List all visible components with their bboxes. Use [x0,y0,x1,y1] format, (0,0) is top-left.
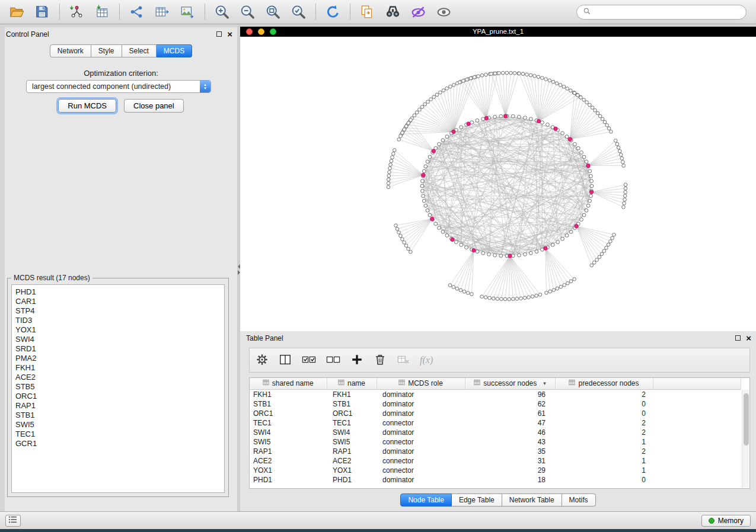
close-table-panel-icon[interactable]: × [746,333,751,343]
export-table-button[interactable] [151,1,173,23]
table-row[interactable]: SWI5SWI5connector431 [250,437,741,447]
collapse-right-icon[interactable] [238,270,240,275]
mcds-result-item[interactable]: CAR1 [12,297,224,306]
export-image-button[interactable] [177,1,198,23]
show-details-button[interactable] [433,1,454,23]
table-row[interactable]: ORC1ORC1dominator610 [250,409,741,418]
collapse-left-icon[interactable] [238,264,240,269]
maximize-window-icon[interactable] [270,28,276,35]
select-all-button[interactable] [302,353,316,368]
scrollbar-thumb[interactable] [744,393,749,446]
zoom-selected-button[interactable] [288,1,309,23]
column-header-mcds-role[interactable]: MCDS role [377,378,465,389]
float-table-panel-icon[interactable] [735,335,741,341]
zoom-fit-icon [265,4,281,20]
search-box[interactable] [576,5,747,20]
column-header-label: name [347,379,365,387]
mcds-result-item[interactable]: SWI4 [12,335,224,344]
tab-network-table[interactable]: Network Table [502,493,562,507]
table-cell: 18 [465,475,555,485]
mcds-result-item[interactable]: SRD1 [12,344,224,354]
hide-details-button[interactable] [407,1,429,23]
network-view-window: YPA_prune.txt_1 [240,27,756,331]
tab-edge-table[interactable]: Edge Table [452,493,502,507]
add-column-button[interactable] [350,353,363,368]
table-cell: dominator [377,475,465,485]
mcds-result-item[interactable]: RAP1 [12,401,224,411]
mcds-result-item[interactable]: YOX1 [12,325,224,335]
find-button[interactable] [382,1,403,23]
import-network-button[interactable] [66,1,87,23]
minimize-window-icon[interactable] [258,28,264,35]
network-canvas[interactable] [240,37,756,331]
mcds-result-item[interactable]: PHD1 [12,287,224,297]
table-settings-button[interactable] [256,353,269,368]
tab-motifs[interactable]: Motifs [562,493,596,507]
deselect-all-button[interactable] [326,353,340,368]
mcds-result-item[interactable]: GCR1 [12,439,224,448]
mcds-result-item[interactable]: STB5 [12,382,224,392]
mcds-result-item[interactable]: ORC1 [12,392,224,401]
criterion-select[interactable]: largest connected component (undirected)… [26,80,211,93]
mcds-result-item[interactable]: ACE2 [12,373,224,382]
table-cell: 46 [465,428,555,437]
close-panel-button[interactable]: Close panel [124,99,184,113]
tab-style[interactable]: Style [91,44,122,57]
column-header-predecessor-nodes[interactable]: predecessor nodes [555,378,653,389]
refresh-button[interactable] [322,1,343,23]
memory-button[interactable]: Memory [701,515,751,527]
clone-network-button[interactable] [356,1,378,23]
zoom-in-button[interactable] [211,1,232,23]
table-cell: RAP1 [327,447,377,456]
criterion-selected-value: largest connected component (undirected) [32,82,171,91]
search-icon [583,7,591,17]
mcds-result-item[interactable]: PMA2 [12,354,224,363]
table-row[interactable]: YOX1YOX1connector291 [250,466,741,475]
run-mcds-button[interactable]: Run MCDS [58,99,116,113]
table-row[interactable]: PHD1PHD1dominator180 [250,475,741,485]
mcds-result-title: MCDS result (17 nodes) [11,274,92,282]
table-scrollbar[interactable] [742,390,749,488]
table-row[interactable]: ACE2ACE2connector311 [250,456,741,466]
column-header-shared-name[interactable]: shared name [250,378,327,389]
show-columns-button[interactable] [279,353,292,368]
save-floppy-icon [34,4,50,20]
zoom-fit-button[interactable] [262,1,283,23]
network-window-titlebar[interactable]: YPA_prune.txt_1 [240,27,756,37]
export-network-button[interactable] [126,1,147,23]
open-session-button[interactable] [6,1,27,23]
table-row[interactable]: STB1STB1dominator620 [250,399,741,409]
menu-button[interactable] [5,515,21,527]
table-cell: 0 [555,409,653,418]
table-row[interactable]: FKH1FKH1dominator962 [250,389,741,399]
import-table-button[interactable] [91,1,113,23]
mcds-result-item[interactable]: SWI5 [12,420,224,430]
sort-indicator-icon[interactable]: ▾ [543,380,546,386]
mcds-result-list[interactable]: PHD1CAR1STP4TID3YOX1SWI4SRD1PMA2FKH1ACE2… [11,284,225,493]
tab-select[interactable]: Select [122,44,157,57]
table-row[interactable]: TEC1TEC1connector472 [250,418,741,428]
close-panel-icon[interactable]: × [227,29,232,39]
tab-mcds[interactable]: MCDS [157,44,192,57]
mcds-result-item[interactable]: STP4 [12,306,224,316]
float-panel-icon[interactable] [216,31,222,37]
tab-node-table[interactable]: Node Table [400,493,452,507]
delete-column-button[interactable] [374,353,387,368]
zoom-out-button[interactable] [237,1,258,23]
close-window-icon[interactable] [246,28,253,35]
mcds-result-item[interactable]: TID3 [12,316,224,325]
save-session-button[interactable] [31,1,53,23]
table-row[interactable]: RAP1RAP1dominator352 [250,447,741,456]
column-header-successor-nodes[interactable]: successor nodes▾ [465,378,555,389]
tab-network[interactable]: Network [50,44,91,57]
search-input[interactable] [595,8,740,16]
network-graph[interactable] [240,37,756,331]
table-row[interactable]: SWI4SWI4dominator462 [250,428,741,437]
mcds-result-item[interactable]: TEC1 [12,430,224,439]
column-header-filler [653,378,741,389]
mcds-result-item[interactable]: STB1 [12,411,224,420]
column-header-name[interactable]: name [327,378,377,389]
mcds-result-item[interactable]: FKH1 [12,363,224,373]
table-cell: 1 [555,466,653,475]
table-cell: 1 [555,437,653,447]
